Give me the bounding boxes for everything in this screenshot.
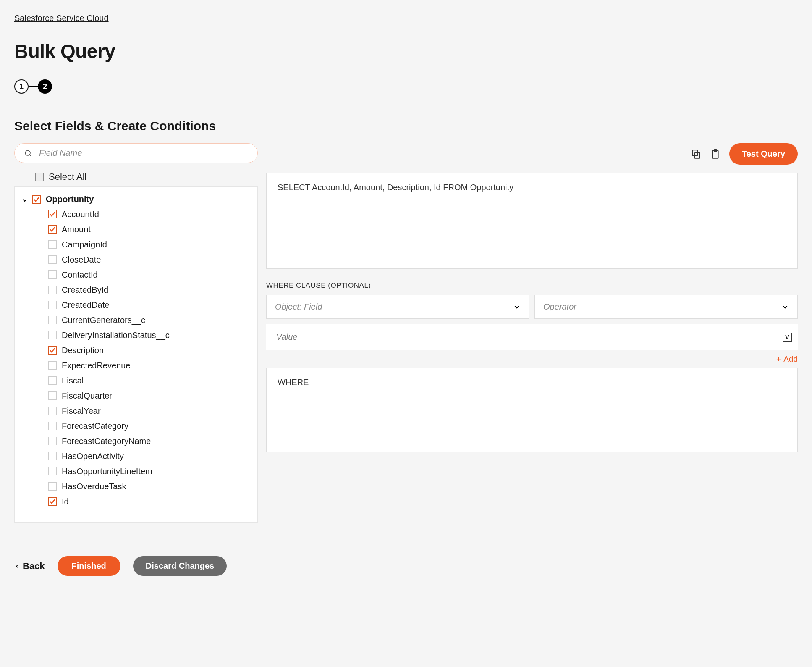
field-checkbox[interactable] bbox=[48, 497, 57, 506]
tree-item: AccountId bbox=[48, 207, 251, 222]
back-label: Back bbox=[23, 561, 45, 572]
tree-item: FiscalQuarter bbox=[48, 388, 251, 403]
svg-line-1 bbox=[30, 155, 31, 156]
where-preview: WHERE bbox=[266, 368, 798, 452]
field-checkbox[interactable] bbox=[48, 482, 57, 491]
field-checkbox[interactable] bbox=[48, 391, 57, 400]
field-label: Amount bbox=[62, 222, 91, 237]
select-all-label: Select All bbox=[49, 171, 87, 182]
variable-icon[interactable]: V bbox=[783, 333, 792, 342]
field-search[interactable] bbox=[14, 143, 258, 163]
stepper: 1 2 bbox=[14, 79, 798, 94]
plus-icon: + bbox=[776, 355, 781, 364]
tree-root-label: Opportunity bbox=[46, 194, 94, 204]
svg-point-0 bbox=[25, 150, 30, 155]
tree-item: ForecastCategory bbox=[48, 418, 251, 433]
tree-item: CampaignId bbox=[48, 237, 251, 252]
field-label: ForecastCategory bbox=[62, 418, 128, 433]
select-all-checkbox[interactable] bbox=[35, 173, 44, 181]
tree-item: Amount bbox=[48, 222, 251, 237]
field-label: FiscalYear bbox=[62, 403, 101, 418]
field-label: ExpectedRevenue bbox=[62, 358, 130, 373]
field-checkbox[interactable] bbox=[48, 452, 57, 460]
value-input[interactable] bbox=[275, 332, 783, 342]
field-label: Description bbox=[62, 343, 104, 358]
tree-item: CreatedById bbox=[48, 282, 251, 297]
tree-item: CreatedDate bbox=[48, 297, 251, 312]
field-tree: Opportunity AccountIdAmountCampaignIdClo… bbox=[14, 186, 258, 523]
add-label: Add bbox=[783, 355, 798, 364]
test-query-button[interactable]: Test Query bbox=[729, 143, 798, 165]
operator-placeholder: Operator bbox=[543, 302, 576, 312]
page-title: Bulk Query bbox=[14, 40, 798, 63]
field-checkbox[interactable] bbox=[48, 210, 57, 218]
field-label: CampaignId bbox=[62, 237, 107, 252]
step-connector bbox=[29, 86, 38, 87]
field-label: HasOpportunityLineItem bbox=[62, 464, 152, 479]
field-checkbox[interactable] bbox=[48, 286, 57, 294]
chevron-down-icon[interactable] bbox=[21, 196, 28, 203]
tree-item: Fiscal bbox=[48, 373, 251, 388]
field-checkbox[interactable] bbox=[48, 361, 57, 370]
field-label: FiscalQuarter bbox=[62, 388, 112, 403]
field-label: HasOpenActivity bbox=[62, 449, 124, 464]
value-row[interactable]: V bbox=[266, 324, 798, 350]
tree-item: ForecastCategoryName bbox=[48, 433, 251, 449]
field-checkbox[interactable] bbox=[48, 346, 57, 355]
operator-select[interactable]: Operator bbox=[534, 295, 798, 319]
clipboard-icon[interactable] bbox=[710, 149, 721, 160]
field-checkbox[interactable] bbox=[48, 437, 57, 445]
search-icon bbox=[24, 149, 32, 158]
tree-item: DeliveryInstallationStatus__c bbox=[48, 328, 251, 343]
field-checkbox[interactable] bbox=[48, 255, 57, 264]
step-2[interactable]: 2 bbox=[38, 79, 52, 94]
breadcrumb[interactable]: Salesforce Service Cloud bbox=[14, 13, 109, 23]
field-checkbox[interactable] bbox=[48, 467, 57, 475]
field-label: CurrentGenerators__c bbox=[62, 312, 145, 328]
field-checkbox[interactable] bbox=[48, 331, 57, 339]
add-condition-button[interactable]: + Add bbox=[266, 355, 798, 364]
where-clause-label: WHERE CLAUSE (OPTIONAL) bbox=[266, 281, 798, 290]
section-title: Select Fields & Create Conditions bbox=[14, 119, 798, 133]
tree-item: ContactId bbox=[48, 267, 251, 282]
field-checkbox[interactable] bbox=[48, 316, 57, 324]
query-preview: SELECT AccountId, Amount, Description, I… bbox=[266, 173, 798, 269]
field-label: DeliveryInstallationStatus__c bbox=[62, 328, 170, 343]
field-label: AccountId bbox=[62, 207, 99, 222]
field-label: CreatedById bbox=[62, 282, 108, 297]
root-checkbox[interactable] bbox=[32, 195, 41, 204]
field-checkbox[interactable] bbox=[48, 225, 57, 234]
field-label: ForecastCategoryName bbox=[62, 433, 151, 449]
object-field-placeholder: Object: Field bbox=[275, 302, 322, 312]
field-checkbox[interactable] bbox=[48, 422, 57, 430]
field-checkbox[interactable] bbox=[48, 270, 57, 279]
step-1[interactable]: 1 bbox=[14, 79, 29, 94]
copy-icon[interactable] bbox=[691, 149, 702, 160]
field-label: CloseDate bbox=[62, 252, 101, 267]
tree-item: HasOpportunityLineItem bbox=[48, 464, 251, 479]
tree-item: Description bbox=[48, 343, 251, 358]
field-checkbox[interactable] bbox=[48, 301, 57, 309]
chevron-down-icon bbox=[781, 303, 789, 311]
field-checkbox[interactable] bbox=[48, 407, 57, 415]
field-label: CreatedDate bbox=[62, 297, 109, 312]
field-checkbox[interactable] bbox=[48, 376, 57, 385]
chevron-down-icon bbox=[513, 303, 521, 311]
tree-item: CloseDate bbox=[48, 252, 251, 267]
search-input[interactable] bbox=[38, 148, 248, 158]
field-label: ContactId bbox=[62, 267, 98, 282]
field-label: Fiscal bbox=[62, 373, 84, 388]
back-button[interactable]: Back bbox=[14, 561, 45, 572]
chevron-left-icon bbox=[14, 563, 20, 569]
field-checkbox[interactable] bbox=[48, 240, 57, 249]
field-label: HasOverdueTask bbox=[62, 479, 126, 494]
tree-item: HasOpenActivity bbox=[48, 449, 251, 464]
field-label: Id bbox=[62, 494, 69, 509]
finished-button[interactable]: Finished bbox=[58, 556, 120, 576]
tree-item: ExpectedRevenue bbox=[48, 358, 251, 373]
tree-item: Id bbox=[48, 494, 251, 509]
tree-item: HasOverdueTask bbox=[48, 479, 251, 494]
discard-changes-button[interactable]: Discard Changes bbox=[133, 556, 227, 576]
object-field-select[interactable]: Object: Field bbox=[266, 295, 529, 319]
tree-item: CurrentGenerators__c bbox=[48, 312, 251, 328]
